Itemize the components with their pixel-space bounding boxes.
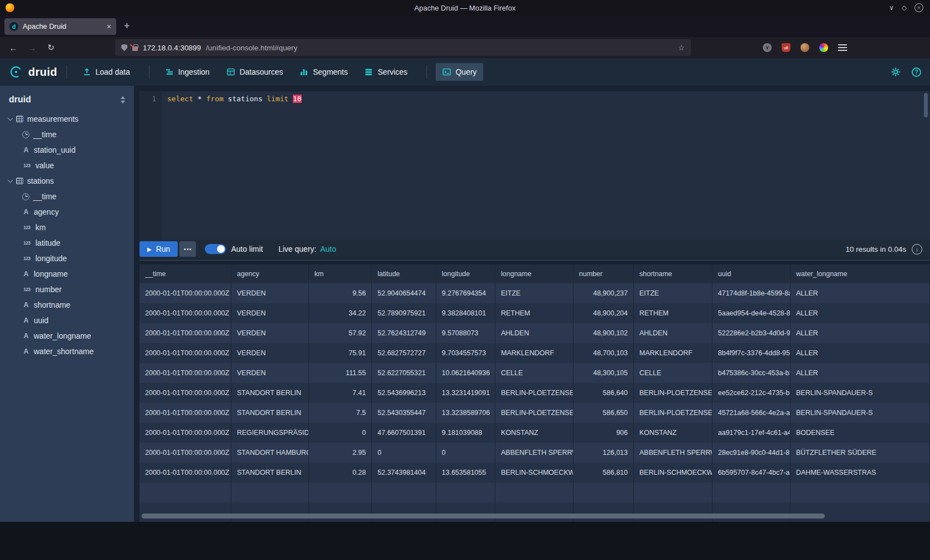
table-cell[interactable]: 111.55 — [309, 363, 372, 383]
table-cell[interactable]: DAHME-WASSERSTRAS — [790, 463, 930, 483]
column-header-km[interactable]: km — [309, 265, 372, 283]
table-cell[interactable]: 52.6827572727 — [372, 343, 436, 363]
window-close-icon[interactable]: × — [914, 3, 923, 12]
table-cell[interactable]: 586,810 — [574, 463, 634, 483]
table-cell[interactable]: STANDORT BERLIN — [231, 463, 309, 483]
tree-item-value[interactable]: 123value — [0, 158, 134, 173]
tree-item-__time[interactable]: __time — [0, 127, 134, 142]
table-cell[interactable]: 57.92 — [309, 323, 372, 343]
table-cell[interactable]: AHLDEN — [634, 323, 712, 343]
table-cell[interactable]: ee52ce62-212c-4735-b4 — [712, 383, 790, 403]
tracking-shield-icon[interactable] — [121, 44, 127, 51]
table-cell[interactable]: 9.181039088 — [436, 423, 495, 443]
table-cell[interactable]: 52.5430355447 — [372, 403, 436, 423]
table-cell[interactable]: ALLER — [790, 303, 930, 323]
table-cell[interactable]: ALLER — [790, 283, 930, 303]
table-cell[interactable]: 9.57088073 — [436, 323, 495, 343]
table-cell[interactable]: CELLE — [634, 363, 712, 383]
table-cell[interactable]: KONSTANZ — [634, 423, 712, 443]
settings-gear-icon[interactable] — [891, 67, 901, 77]
sql-editor[interactable]: 1 select * from stations limit 10 — [140, 91, 930, 240]
ublock-icon[interactable]: uB — [782, 43, 790, 52]
table-cell[interactable]: EITZE — [495, 283, 574, 303]
table-cell[interactable]: VERDEN — [231, 303, 309, 323]
tree-item-longitude[interactable]: 123longitude — [0, 251, 134, 266]
table-cell[interactable]: 48,900,237 — [574, 283, 634, 303]
table-cell[interactable]: 8b4f9f7c-3376-4dd8-95c — [712, 343, 790, 363]
table-cell[interactable]: 52.9040654474 — [372, 283, 436, 303]
help-icon[interactable]: ? — [912, 68, 921, 77]
panel-divider[interactable] — [140, 260, 930, 261]
window-maximize-icon[interactable]: ◇ — [902, 4, 907, 12]
table-cell[interactable]: 2000-01-01T00:00:00.000Z — [140, 323, 231, 343]
table-cell[interactable]: VERDEN — [231, 323, 309, 343]
table-cell[interactable]: 9.7034557573 — [436, 343, 495, 363]
table-cell[interactable]: 9.3828408101 — [436, 303, 495, 323]
column-header-uuid[interactable]: uuid — [712, 265, 790, 283]
table-cell[interactable]: 2000-01-01T00:00:00.000Z — [140, 343, 231, 363]
nav-item-datasources[interactable]: Datasources — [220, 63, 290, 81]
pocket-icon[interactable]: ∨ — [763, 43, 772, 52]
forward-button[interactable]: → — [24, 40, 40, 55]
table-cell[interactable]: KONSTANZ — [495, 423, 574, 443]
nav-item-services[interactable]: Services — [358, 63, 414, 81]
tree-item-stations[interactable]: stations — [0, 173, 134, 189]
tree-item-measurements[interactable]: measurements — [0, 111, 134, 127]
tree-item-water_longname[interactable]: Awater_longname — [0, 328, 134, 344]
table-cell[interactable]: BERLIN-PLOETZENSEE U — [495, 403, 574, 423]
table-cell[interactable]: STANDORT BERLIN — [231, 383, 309, 403]
column-header-latitude[interactable]: latitude — [372, 265, 436, 283]
druid-brand[interactable]: druid — [9, 65, 58, 79]
extension-pinwheel-icon[interactable] — [819, 43, 828, 52]
table-cell[interactable]: 13.653581055 — [436, 463, 495, 483]
table-cell[interactable]: 52.6227055321 — [372, 363, 436, 383]
table-cell[interactable]: 52.5436996213 — [372, 383, 436, 403]
table-cell[interactable]: 2000-01-01T00:00:00.000Z — [140, 463, 231, 483]
table-cell[interactable]: 52.7624312749 — [372, 323, 436, 343]
table-cell[interactable]: 906 — [574, 423, 634, 443]
reload-button[interactable]: ↻ — [43, 40, 59, 55]
table-cell[interactable]: 48,300,105 — [574, 363, 634, 383]
column-header-water_longname[interactable]: water_longname — [790, 265, 930, 283]
table-cell[interactable]: 126,013 — [574, 443, 634, 463]
tree-item-water_shortname[interactable]: Awater_shortname — [0, 344, 134, 359]
table-cell[interactable]: 9.2767694354 — [436, 283, 495, 303]
table-cell[interactable]: 48,700,103 — [574, 343, 634, 363]
extension-avatar-icon[interactable] — [800, 43, 809, 52]
table-cell[interactable]: STANDORT HAMBURG — [231, 443, 309, 463]
window-minimize-icon[interactable]: ∨ — [889, 4, 894, 12]
table-cell[interactable]: 47.6607501391 — [372, 423, 436, 443]
column-header-longitude[interactable]: longitude — [436, 265, 495, 283]
run-more-button[interactable]: ••• — [179, 241, 196, 257]
tree-item-longname[interactable]: Alongname — [0, 266, 134, 282]
table-cell[interactable]: aa9179c1-17ef-4c61-a4 — [712, 423, 790, 443]
table-cell[interactable]: VERDEN — [231, 363, 309, 383]
tree-item-station_uuid[interactable]: Astation_uuid — [0, 142, 134, 158]
table-cell[interactable]: ALLER — [790, 343, 930, 363]
table-cell[interactable]: BERLIN-PLOETZENSEE U — [634, 403, 712, 423]
url-bar[interactable]: 172.18.0.4:30899 /unified-console.html#q… — [115, 39, 691, 56]
table-cell[interactable]: BERLIN-SCHMOECKWITZ — [495, 463, 574, 483]
table-cell[interactable]: BERLIN-SPANDAUER-S — [790, 403, 930, 423]
table-cell[interactable]: BERLIN-SPANDAUER-S — [790, 383, 930, 403]
browser-tab-apache-druid[interactable]: d Apache Druid × — [4, 18, 116, 35]
column-header-shortname[interactable]: shortname — [634, 265, 712, 283]
table-cell[interactable]: ALLER — [790, 323, 930, 343]
back-button[interactable]: ← — [6, 40, 21, 55]
table-cell[interactable]: RETHEM — [634, 303, 712, 323]
insecure-lock-icon[interactable] — [132, 46, 138, 51]
table-cell[interactable]: 52.7890975921 — [372, 303, 436, 323]
table-cell[interactable]: b475386c-30cc-453a-b3 — [712, 363, 790, 383]
nav-item-query[interactable]: Query — [436, 63, 483, 81]
tree-item-uuid[interactable]: Auuid — [0, 313, 134, 328]
table-cell[interactable]: 45721a68-566c-4e2a-a6 — [712, 403, 790, 423]
tab-close-icon[interactable]: × — [107, 22, 111, 31]
tree-item-latitude[interactable]: 123latitude — [0, 235, 134, 251]
table-cell[interactable]: AHLDEN — [495, 323, 574, 343]
column-header-number[interactable]: number — [574, 265, 634, 283]
table-cell[interactable]: VERDEN — [231, 283, 309, 303]
table-cell[interactable]: ABBENFLETH SPERRWER — [495, 443, 574, 463]
table-cell[interactable]: MARKLENDORF — [634, 343, 712, 363]
table-cell[interactable]: 47174d8f-1b8e-4599-8a — [712, 283, 790, 303]
table-cell[interactable]: 13.3238589706 — [436, 403, 495, 423]
